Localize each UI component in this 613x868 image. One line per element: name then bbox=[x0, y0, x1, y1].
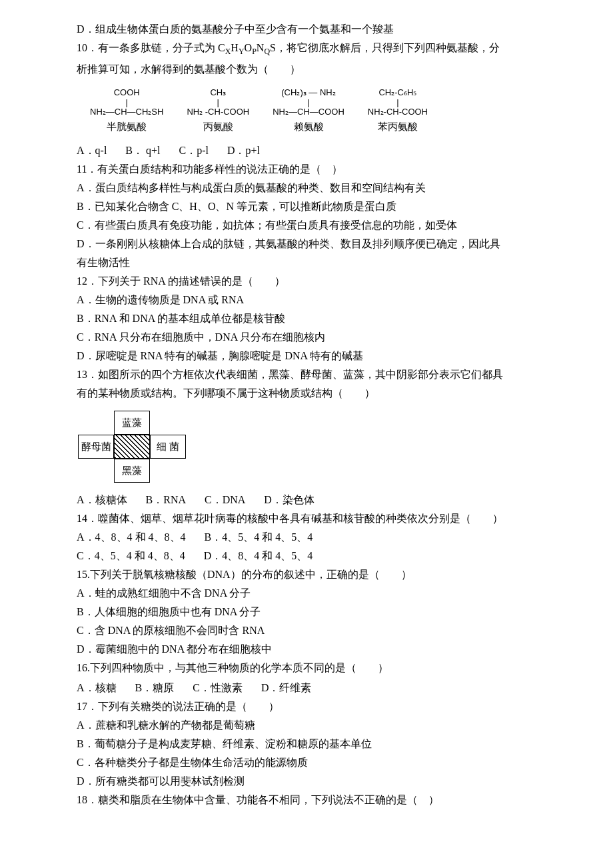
q14-row2: C．4、5、4 和 4、8、4 D．4、8、4 和 4、5、4 bbox=[77, 547, 546, 565]
compound-phenylalanine: CH₂-C₆H₅ | NH₂-CH-COOH 苯丙氨酸 bbox=[368, 87, 428, 133]
compound-lysine: (CH₂)₃ — NH₂ | NH₂—CH—COOH 赖氨酸 bbox=[273, 87, 344, 133]
q13-b: B．RNA bbox=[146, 491, 186, 509]
q10-stem-line2: 析推算可知，水解得到的氨基酸个数为（ ） bbox=[77, 60, 546, 79]
grid-bottom: 黑藻 bbox=[114, 459, 150, 483]
grid-empty bbox=[78, 459, 114, 483]
q15-b: B．人体细胞的细胞质中也有 DNA 分子 bbox=[77, 603, 546, 621]
fN: N bbox=[257, 42, 265, 53]
q12-stem: 12．下列关于 RNA 的描述错误的是（ ） bbox=[77, 272, 546, 291]
q11-b: B．已知某化合物含 C、H、O、N 等元素，可以推断此物质是蛋白质 bbox=[77, 197, 546, 216]
sub-y: Y bbox=[239, 47, 245, 56]
q17-b: B．葡萄糖分子是构成麦芽糖、纤维素、淀粉和糖原的基本单位 bbox=[77, 735, 546, 753]
c2-name: 丙氨酸 bbox=[187, 120, 249, 133]
grid-top: 蓝藻 bbox=[114, 411, 150, 435]
q10-a: A．q-l bbox=[77, 141, 107, 160]
q14-stem: 14．噬菌体、烟草、烟草花叶病毒的核酸中各具有碱基和核苷酸的种类依次分别是（ ） bbox=[77, 509, 546, 528]
c2-l2: | bbox=[187, 99, 249, 107]
q13-stem2: 有的某种物质或结构。下列哪项不属于这种物质或结构（ ） bbox=[77, 384, 546, 403]
q15-d: D．霉菌细胞中的 DNA 都分布在细胞核中 bbox=[77, 640, 546, 659]
q10-c: C．p-l bbox=[179, 141, 208, 160]
q11-d2: 有生物活性 bbox=[77, 253, 546, 272]
q15-a: A．蛙的成熟红细胞中不含 DNA 分子 bbox=[77, 584, 546, 603]
amino-acid-formulas: COOH | NH₂—CH—CH₂SH 半胱氨酸 CH₃ | NH₂ -CH-C… bbox=[90, 87, 546, 133]
q12-a: A．生物的遗传物质是 DNA 或 RNA bbox=[77, 291, 546, 309]
q16-c: C．性激素 bbox=[193, 679, 243, 697]
q13-options: A．核糖体 B．RNA C．DNA D．染色体 bbox=[77, 491, 546, 509]
q10-stem-part2: ，将它彻底水解后，只得到下列四种氨基酸，分 bbox=[276, 42, 500, 53]
q12-c: C．RNA 只分布在细胞质中，DNA 只分布在细胞核内 bbox=[77, 328, 546, 347]
grid-left: 酵母菌 bbox=[78, 435, 114, 459]
q10-options: A．q-l B． q+l C．p-l D．p+l bbox=[77, 141, 546, 160]
c3-l3: NH₂—CH—COOH bbox=[273, 106, 344, 118]
c3-name: 赖氨酸 bbox=[273, 120, 344, 133]
q14-b: B．4、5、4 和 4、5、4 bbox=[205, 528, 313, 547]
q13-stem1: 13．如图所示的四个方框依次代表细菌，黑藻、酵母菌、蓝藻，其中阴影部分表示它们都… bbox=[77, 365, 546, 384]
q14-d: D．4、8、4 和 4、5、4 bbox=[204, 547, 313, 565]
q17-d: D．所有糖类都可以用斐林试剂检测 bbox=[77, 772, 546, 791]
q18-stem: 18．糖类和脂质在生物体中含量、功能各不相同，下列说法不正确的是（ ） bbox=[77, 791, 546, 809]
c4-name: 苯丙氨酸 bbox=[368, 120, 428, 133]
q12-d: D．尿嘧啶是 RNA 特有的碱基，胸腺嘧啶是 DNA 特有的碱基 bbox=[77, 347, 546, 365]
compound-alanine: CH₃ | NH₂ -CH-COOH 丙氨酸 bbox=[187, 87, 249, 133]
q16-b: B．糖原 bbox=[135, 679, 175, 697]
compound-cysteine: COOH | NH₂—CH—CH₂SH 半胱氨酸 bbox=[90, 87, 163, 133]
q10-b: B． q+l bbox=[125, 141, 160, 160]
grid-center-shaded bbox=[114, 435, 150, 459]
c1-l2: | bbox=[90, 99, 163, 107]
q13-c: C．DNA bbox=[205, 491, 245, 509]
q16-d: D．纤维素 bbox=[261, 679, 312, 697]
q13-a: A．核糖体 bbox=[77, 491, 127, 509]
grid-empty bbox=[150, 411, 186, 435]
q15-stem: 15.下列关于脱氧核糖核酸（DNA）的分布的叙述中，正确的是（ ） bbox=[77, 565, 546, 584]
c4-l3: NH₂-CH-COOH bbox=[368, 106, 428, 118]
sub-p: P bbox=[252, 47, 257, 56]
c2-l3: NH₂ -CH-COOH bbox=[187, 106, 249, 118]
grid-empty bbox=[150, 459, 186, 483]
sub-q: Q bbox=[264, 47, 270, 56]
fS: S bbox=[270, 42, 276, 53]
q14-row1: A．4、8、4 和 4、8、4 B．4、5、4 和 4、5、4 bbox=[77, 528, 546, 547]
q17-a: A．蔗糖和乳糖水解的产物都是葡萄糖 bbox=[77, 716, 546, 735]
fH: H bbox=[231, 42, 239, 53]
q11-stem: 11．有关蛋白质结构和功能多样性的说法正确的是（ ） bbox=[77, 160, 546, 179]
q12-b: B．RNA 和 DNA 的基本组成单位都是核苷酸 bbox=[77, 309, 546, 328]
c1-name: 半胱氨酸 bbox=[90, 120, 163, 133]
q11-d1: D．一条刚刚从核糖体上合成的肽链，其氨基酸的种类、数目及排列顺序便已确定，因此具 bbox=[77, 235, 546, 253]
q14-c: C．4、5、4 和 4、8、4 bbox=[77, 547, 185, 565]
q17-c: C．各种糖类分子都是生物体生命活动的能源物质 bbox=[77, 753, 546, 772]
c3-l2: | bbox=[273, 99, 344, 107]
c4-l2: | bbox=[368, 99, 428, 107]
q14-a: A．4、8、4 和 4、8、4 bbox=[77, 528, 186, 547]
c1-l3: NH₂—CH—CH₂SH bbox=[90, 106, 163, 118]
grid-right: 细 菌 bbox=[150, 435, 186, 459]
q16-options: A．核糖 B．糖原 C．性激素 D．纤维素 bbox=[77, 679, 546, 697]
q16-stem: 16.下列四种物质中，与其他三种物质的化学本质不同的是（ ） bbox=[77, 659, 546, 677]
q10-stem-part1: 10．有一条多肽链，分子式为 C bbox=[77, 42, 225, 53]
q10-stem: 10．有一条多肽链，分子式为 CXHYOPNQS，将它彻底水解后，只得到下列四种… bbox=[77, 39, 546, 59]
q13-d: D．染色体 bbox=[264, 491, 314, 509]
q15-c: C．含 DNA 的原核细胞不会同时含 RNA bbox=[77, 621, 546, 640]
q11-c: C．有些蛋白质具有免疫功能，如抗体；有些蛋白质具有接受信息的功能，如受体 bbox=[77, 216, 546, 235]
q11-a: A．蛋白质结构多样性与构成蛋白质的氨基酸的种类、数目和空间结构有关 bbox=[77, 179, 546, 197]
q17-stem: 17．下列有关糖类的说法正确的是（ ） bbox=[77, 697, 546, 716]
q10-d: D．p+l bbox=[227, 141, 260, 160]
grid-empty bbox=[78, 411, 114, 435]
q16-a: A．核糖 bbox=[77, 679, 117, 697]
fO: O bbox=[245, 42, 253, 53]
venn-grid-diagram: 蓝藻 酵母菌 细 菌 黑藻 bbox=[78, 411, 546, 483]
q9-option-d: D．组成生物体蛋白质的氨基酸分子中至少含有一个氨基和一个羧基 bbox=[77, 20, 546, 39]
